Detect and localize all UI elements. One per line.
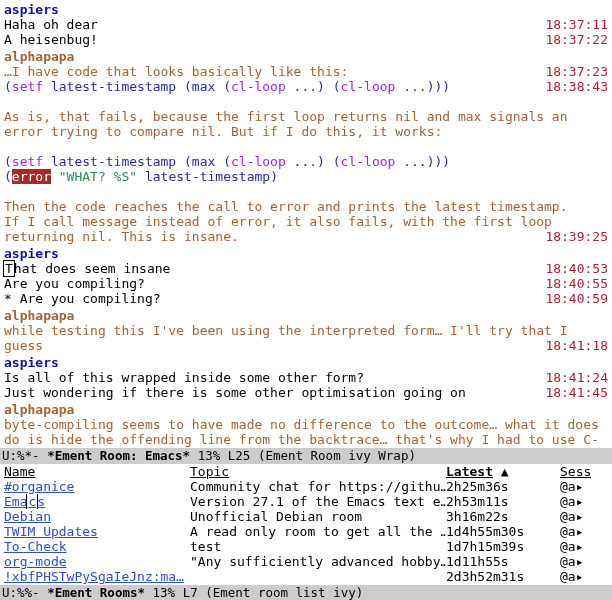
room-session: @a▸ xyxy=(560,509,583,524)
message-line: byte-compiling seems to have made no dif… xyxy=(4,417,612,448)
room-row[interactable]: #organiceCommunity chat for https://gith… xyxy=(4,479,608,494)
timestamp: 18:40:55 xyxy=(545,276,608,291)
room-session: @a▸ xyxy=(560,569,583,584)
timestamp: 18:42:21 xyxy=(545,447,608,448)
room-name-link[interactable]: org-mode xyxy=(4,554,67,569)
message-block: alphapapa…I have code that looks basical… xyxy=(4,49,612,244)
room-session: @a▸ xyxy=(560,554,583,569)
room-row[interactable]: To-Checktest1d7h15m39s@a▸ xyxy=(4,539,608,554)
modeline-position: 13% L25 xyxy=(190,448,258,463)
nick: aspiers xyxy=(4,246,612,261)
room-row[interactable]: org-mode"Any sufficiently advanced hobby… xyxy=(4,554,608,569)
nick: alphapapa xyxy=(4,402,612,417)
timestamp: 18:37:23 xyxy=(545,64,608,79)
room-row[interactable]: EmacsVersion 27.1 of the Emacs text e…2h… xyxy=(4,494,608,509)
timestamp: 18:37:11 xyxy=(545,17,608,32)
room-name-link[interactable]: !xbfPHSTwPySgaIeJnz:ma… xyxy=(4,569,184,584)
room-list[interactable]: Name Topic Latest ▲ Sess #organiceCommun… xyxy=(0,464,612,585)
modeline-rooms: U:%%- *Ement Rooms* 13% L7 (Ement room l… xyxy=(0,585,612,600)
modeline-buffer-name: *Ement Room: Emacs* xyxy=(47,448,190,463)
modeline-flags: U:%%- xyxy=(2,585,47,600)
message-line: That does seem insane18:40:53 xyxy=(4,261,612,276)
modeline-modes: (Ement room list ivy) xyxy=(205,585,363,600)
modeline-position: 13% L7 xyxy=(145,585,205,600)
room-session: @a▸ xyxy=(560,524,583,539)
room-topic: Version 27.1 of the Emacs text e… xyxy=(190,494,446,509)
col-latest[interactable]: Latest xyxy=(446,464,493,479)
message-line: Then the code reaches the call to error … xyxy=(4,199,612,214)
message-line: Just wondering if there is some other op… xyxy=(4,385,612,400)
room-latest: 3h16m22s xyxy=(446,509,560,524)
room-latest: 2h25m36s xyxy=(446,479,560,494)
timestamp: 18:41:45 xyxy=(545,385,608,400)
nick: aspiers xyxy=(4,355,612,370)
message-block: aspiersIs all of this wrapped inside som… xyxy=(4,355,612,400)
message-block: aspiersHaha oh dear18:37:11A heisenbug!1… xyxy=(4,2,612,47)
message-block: alphapapawhile testing this I've been us… xyxy=(4,308,612,353)
modeline-modes: (Ement Room ivy Wrap) xyxy=(258,448,416,463)
room-session: @a▸ xyxy=(560,539,583,554)
message-line: * Are you compiling?18:40:59 xyxy=(4,291,612,306)
room-topic: test xyxy=(190,539,446,554)
room-name-link[interactable]: #organice xyxy=(4,479,74,494)
timestamp: 18:37:22 xyxy=(545,32,608,47)
message-block: alphapapabyte-compiling seems to have ma… xyxy=(4,402,612,448)
room-row[interactable]: !xbfPHSTwPySgaIeJnz:ma…2d3h52m31s@a▸ xyxy=(4,569,608,584)
nick: alphapapa xyxy=(4,49,612,64)
message-block: aspiersThat does seem insane18:40:53Are … xyxy=(4,246,612,306)
col-session[interactable]: Sess xyxy=(560,464,591,479)
timestamp: 18:40:59 xyxy=(545,291,608,306)
message-line: (setf latest-timestamp (max (cl-loop ...… xyxy=(4,79,612,94)
col-name[interactable]: Name xyxy=(4,464,35,479)
message-line: Is all of this wrapped inside some other… xyxy=(4,370,612,385)
message-line xyxy=(4,184,612,199)
room-name-link[interactable]: Emacs xyxy=(4,494,45,509)
message-line xyxy=(4,139,612,154)
room-session: @a▸ xyxy=(560,494,583,509)
timestamp: 18:41:24 xyxy=(545,370,608,385)
room-name-link[interactable]: TWIM Updates xyxy=(4,524,98,539)
message-line: (error "WHAT? %S" latest-timestamp) xyxy=(4,169,612,184)
room-session: @a▸ xyxy=(560,584,583,585)
message-line: A heisenbug!18:37:22 xyxy=(4,32,612,47)
message-line: (setf latest-timestamp (max (cl-loop ...… xyxy=(4,154,612,169)
room-topic: Unofficial Debian room xyxy=(190,509,446,524)
room-name-link[interactable]: Debian xyxy=(4,509,51,524)
room-latest: 2d3h52m31s xyxy=(446,569,560,584)
room-latest: 1d7h15m39s xyxy=(446,539,560,554)
room-name-link[interactable]: To-Check xyxy=(4,539,67,554)
room-session: @a▸ xyxy=(560,479,583,494)
room-latest: 2h53m11s xyxy=(446,494,560,509)
sort-arrow-icon: ▲ xyxy=(501,464,509,479)
modeline-buffer-name: *Ement Rooms* xyxy=(47,585,145,600)
message-line: while testing this I've been using the i… xyxy=(4,323,612,353)
room-latest: 1d4h55m30s xyxy=(446,524,560,539)
room-row[interactable]: DebianUnofficial Debian room3h16m22s@a▸ xyxy=(4,509,608,524)
room-topic: Community chat for https://githu… xyxy=(190,479,446,494)
message-line: …I have code that looks basically like t… xyxy=(4,64,612,79)
modeline-chat: U:%*- *Ement Room: Emacs* 13% L25 (Ement… xyxy=(0,448,612,464)
message-line xyxy=(4,94,612,109)
room-topic: A read only room to get all the … xyxy=(190,524,446,539)
room-latest: 1d11h55s xyxy=(446,554,560,569)
modeline-flags: U:%*- xyxy=(2,448,47,463)
timestamp: 18:41:18 xyxy=(545,338,608,353)
message-line: As is, that fails, because the first loo… xyxy=(4,109,612,139)
timestamp: 18:38:43 xyxy=(545,79,608,94)
message-line: If I call message instead of error, it a… xyxy=(4,214,612,244)
timestamp: 18:40:53 xyxy=(545,261,608,276)
message-line: Are you compiling?18:40:55 xyxy=(4,276,612,291)
nick: aspiers xyxy=(4,2,612,17)
message-line: Haha oh dear18:37:11 xyxy=(4,17,612,32)
room-topic: "Any sufficiently advanced hobby… xyxy=(190,554,446,569)
timestamp: 18:39:25 xyxy=(545,229,608,244)
col-topic[interactable]: Topic xyxy=(190,464,229,479)
nick: alphapapa xyxy=(4,308,612,323)
room-latest: 2d18h33m32s xyxy=(446,584,560,585)
room-list-header: Name Topic Latest ▲ Sess xyxy=(4,464,608,479)
room-row[interactable]: TWIM UpdatesA read only room to get all … xyxy=(4,524,608,539)
room-topic xyxy=(190,569,446,584)
chat-log[interactable]: aspiersHaha oh dear18:37:11A heisenbug!1… xyxy=(0,0,612,448)
